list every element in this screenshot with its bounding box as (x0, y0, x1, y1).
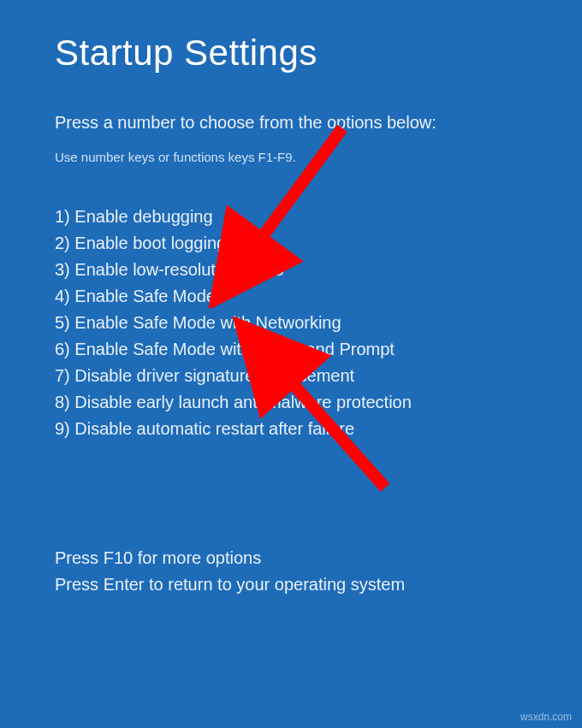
option-4[interactable]: 4) Enable Safe Mode (55, 283, 527, 310)
option-5[interactable]: 5) Enable Safe Mode with Networking (55, 310, 527, 336)
option-8[interactable]: 8) Disable early launch anti-malware pro… (55, 389, 527, 416)
footer-block: Press F10 for more options Press Enter t… (55, 545, 527, 598)
footer-more-options: Press F10 for more options (55, 545, 527, 571)
page-title: Startup Settings (55, 33, 527, 74)
subtitle-text: Press a number to choose from the option… (55, 113, 527, 133)
option-2[interactable]: 2) Enable boot logging (55, 230, 527, 257)
option-1[interactable]: 1) Enable debugging (55, 204, 527, 230)
options-list: 1) Enable debugging 2) Enable boot loggi… (55, 204, 527, 442)
option-6[interactable]: 6) Enable Safe Mode with Command Prompt (55, 336, 527, 363)
option-9[interactable]: 9) Disable automatic restart after failu… (55, 416, 527, 442)
watermark-text: wsxdn.com (520, 711, 572, 723)
option-3[interactable]: 3) Enable low-resolution video (55, 257, 527, 283)
hint-text: Use number keys or functions keys F1-F9. (55, 150, 527, 164)
option-7[interactable]: 7) Disable driver signature enforcement (55, 363, 527, 389)
footer-return: Press Enter to return to your operating … (55, 571, 527, 598)
